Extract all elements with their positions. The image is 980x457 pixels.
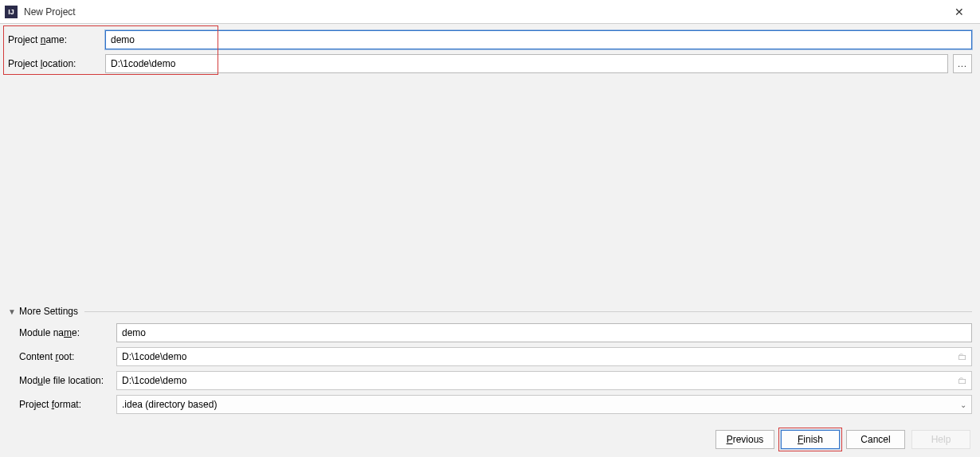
project-name-input[interactable] [105,30,972,49]
close-icon[interactable]: ✕ [942,1,977,23]
module-name-label: Module name: [8,327,116,338]
app-icon: IJ [5,6,18,18]
project-format-value: .idea (directory based) [122,399,217,410]
cancel-button[interactable]: Cancel [846,430,905,449]
title-bar: IJ New Project ✕ [0,0,980,24]
more-settings-toggle[interactable]: ▼ More Settings [8,306,972,317]
module-name-input[interactable] [116,323,972,342]
project-format-select[interactable]: .idea (directory based) ⌄ [116,395,972,414]
project-name-label: Project name: [8,34,105,45]
chevron-down-icon: ▼ [8,307,19,316]
folder-icon[interactable]: 🗀 [958,375,967,386]
content-root-label: Content root: [8,351,116,362]
help-button[interactable]: Help [911,430,970,449]
chevron-down-icon: ⌄ [960,400,966,409]
content-spacer [8,78,972,306]
window-title: New Project [24,6,942,18]
folder-icon[interactable]: 🗀 [958,351,967,362]
module-file-location-input[interactable] [116,371,972,390]
project-location-input[interactable] [105,54,948,73]
project-format-label: Project format: [8,399,116,410]
more-settings-label: More Settings [19,306,78,317]
previous-button[interactable]: Previous [715,430,774,449]
browse-button[interactable]: ... [953,54,972,73]
dialog-content: Project name: Project location: ... ▼ Mo… [0,24,980,457]
module-file-location-label: Module file location: [8,375,116,386]
separator-line [84,311,972,312]
project-location-label: Project location: [8,58,105,69]
dialog-footer: Previous Finish Cancel Help [8,430,972,449]
finish-button[interactable]: Finish [781,430,840,449]
content-root-input[interactable] [116,347,972,366]
